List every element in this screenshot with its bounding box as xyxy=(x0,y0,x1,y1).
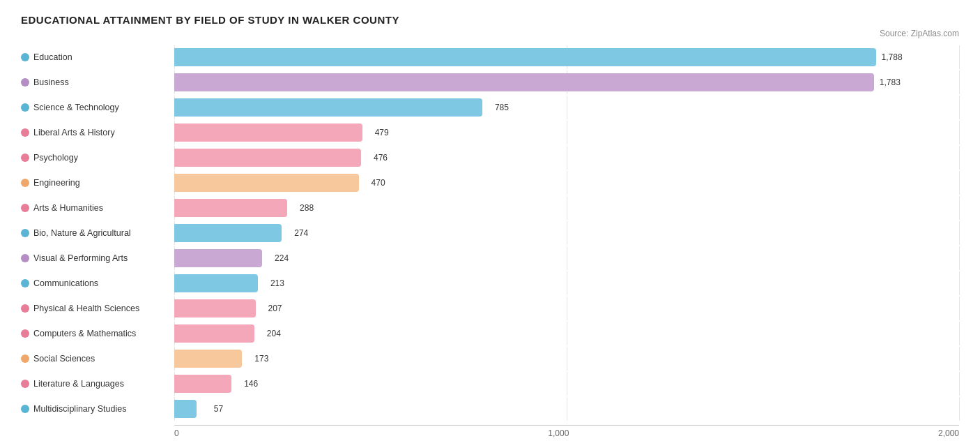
bar-row: Physical & Health Sciences207 xyxy=(21,297,959,320)
bar: 207 xyxy=(174,299,256,317)
bar-area: 470 xyxy=(174,171,959,195)
bar-value-label: 207 xyxy=(268,304,282,313)
bars-and-grid: Education1,788Business1,783Science & Tec… xyxy=(21,45,959,421)
bar: 479 xyxy=(174,124,362,142)
bar-label: Social Sciences xyxy=(21,354,174,364)
bar: 1,783 xyxy=(174,73,874,91)
bar-value-label: 1,788 xyxy=(882,52,903,62)
x-axis-label: 2,000 xyxy=(938,426,959,438)
bar-area: 146 xyxy=(174,372,959,396)
bar-label-text: Business xyxy=(33,77,69,87)
bar-row: Arts & Humanities288 xyxy=(21,196,959,220)
bar-row: Liberal Arts & History479 xyxy=(21,121,959,144)
bar-dot xyxy=(21,380,29,388)
bar: 1,788 xyxy=(174,48,876,66)
bar-area: 1,783 xyxy=(174,70,959,94)
bar-area: 57 xyxy=(174,397,959,421)
bar-area: 173 xyxy=(174,347,959,371)
bar: 224 xyxy=(174,249,262,267)
bar-label: Psychology xyxy=(21,153,174,163)
bar-label-text: Science & Technology xyxy=(33,103,119,112)
bar-label: Literature & Languages xyxy=(21,379,174,389)
bar-label: Liberal Arts & History xyxy=(21,128,174,137)
bar: 476 xyxy=(174,149,361,167)
chart-wrapper: Education1,788Business1,783Science & Tec… xyxy=(21,45,959,438)
bar-label-text: Multidisciplinary Studies xyxy=(33,404,126,414)
bar-row: Computers & Mathematics204 xyxy=(21,322,959,345)
bar-dot xyxy=(21,329,29,338)
bar-value-label: 224 xyxy=(275,253,289,263)
bar-label-text: Liberal Arts & History xyxy=(33,128,115,137)
bar-row: Psychology476 xyxy=(21,146,959,170)
bar-label-text: Bio, Nature & Agricultural xyxy=(33,228,131,238)
bar-area: 207 xyxy=(174,297,959,320)
bar-value-label: 146 xyxy=(244,379,258,389)
bar-row: Business1,783 xyxy=(21,70,959,94)
bar-row: Literature & Languages146 xyxy=(21,372,959,396)
bar-dot xyxy=(21,53,29,61)
bar-label: Engineering xyxy=(21,178,174,188)
x-axis-label: 0 xyxy=(174,426,179,438)
bar: 213 xyxy=(174,274,258,292)
bar-dot xyxy=(21,354,29,363)
bar-dot xyxy=(21,304,29,313)
bar-value-label: 57 xyxy=(214,404,223,414)
x-axis: 01,0002,000 xyxy=(174,425,959,438)
bar-row: Visual & Performing Arts224 xyxy=(21,246,959,270)
bar-row: Social Sciences173 xyxy=(21,347,959,371)
bar-dot xyxy=(21,204,29,212)
bar-value-label: 274 xyxy=(294,228,308,238)
bar-label: Visual & Performing Arts xyxy=(21,253,174,263)
bar: 785 xyxy=(174,98,482,117)
bar-dot xyxy=(21,405,29,413)
bar-label-text: Social Sciences xyxy=(33,354,95,364)
bar-value-label: 470 xyxy=(372,178,385,188)
bar-area: 1,788 xyxy=(174,45,959,69)
bar-area: 213 xyxy=(174,271,959,295)
bar: 173 xyxy=(174,350,242,368)
bar-area: 274 xyxy=(174,221,959,245)
bar-area: 204 xyxy=(174,322,959,345)
bar-label: Multidisciplinary Studies xyxy=(21,404,174,414)
bar-label: Business xyxy=(21,77,174,87)
bar-area: 479 xyxy=(174,121,959,144)
bar-dot xyxy=(21,128,29,137)
bar-dot xyxy=(21,229,29,237)
bar-area: 476 xyxy=(174,146,959,170)
bar-label-text: Visual & Performing Arts xyxy=(33,253,128,263)
bar-label-text: Computers & Mathematics xyxy=(33,329,136,338)
bar-value-label: 213 xyxy=(270,278,284,288)
bar-value-label: 479 xyxy=(375,128,389,137)
bar-value-label: 204 xyxy=(267,329,281,338)
bar-label: Education xyxy=(21,52,174,62)
bar: 204 xyxy=(174,324,254,343)
bar-row: Bio, Nature & Agricultural274 xyxy=(21,221,959,245)
bar: 146 xyxy=(174,375,231,393)
bar-label-text: Communications xyxy=(33,278,98,288)
bar-row: Education1,788 xyxy=(21,45,959,69)
bar-dot xyxy=(21,154,29,162)
bar-row: Science & Technology785 xyxy=(21,96,959,119)
bar-value-label: 785 xyxy=(495,103,509,112)
source-text: Source: ZipAtlas.com xyxy=(21,29,959,38)
bar-dot xyxy=(21,254,29,262)
bar-area: 288 xyxy=(174,196,959,220)
bar-area: 785 xyxy=(174,96,959,119)
bar-label: Arts & Humanities xyxy=(21,203,174,213)
bar-area: 224 xyxy=(174,246,959,270)
bar-label-text: Arts & Humanities xyxy=(33,203,103,213)
bar-dot xyxy=(21,179,29,187)
x-axis-labels: 01,0002,000 xyxy=(174,426,959,438)
bar-value-label: 173 xyxy=(254,354,268,364)
bar-label: Bio, Nature & Agricultural xyxy=(21,228,174,238)
bar-label-text: Engineering xyxy=(33,178,80,188)
bar-row: Multidisciplinary Studies57 xyxy=(21,397,959,421)
bar-label-text: Physical & Health Sciences xyxy=(33,304,139,313)
bar-value-label: 288 xyxy=(300,203,314,213)
bar-dot xyxy=(21,279,29,287)
bar: 274 xyxy=(174,224,282,242)
bar-label: Physical & Health Sciences xyxy=(21,304,174,313)
bar-label: Science & Technology xyxy=(21,103,174,112)
bar-row: Engineering470 xyxy=(21,171,959,195)
bar-dot xyxy=(21,78,29,87)
